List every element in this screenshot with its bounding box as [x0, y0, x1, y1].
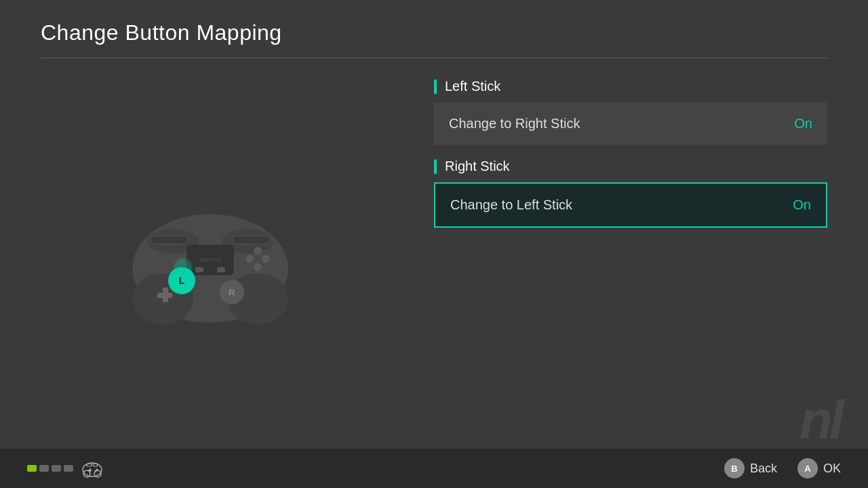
change-to-left-stick-label: Change to Left Stick: [450, 197, 572, 213]
svg-point-23: [83, 463, 102, 476]
svg-point-14: [262, 255, 270, 263]
svg-rect-29: [88, 470, 92, 471]
change-to-right-stick-label: Change to Right Stick: [449, 116, 580, 131]
main-content: SWITCH L R: [0, 58, 868, 465]
svg-point-31: [95, 470, 97, 472]
svg-point-16: [254, 247, 262, 255]
svg-rect-20: [195, 267, 203, 272]
dot-3: [52, 465, 61, 472]
page-title: Change Button Mapping: [41, 20, 827, 45]
b-button-icon: B: [724, 458, 745, 479]
header: Change Button Mapping: [0, 0, 868, 58]
controller-image: SWITCH L R: [122, 194, 298, 329]
bottom-left: [27, 456, 104, 481]
right-stick-section: Right Stick Change to Left Stick On: [434, 159, 827, 228]
right-stick-title: Right Stick: [445, 159, 510, 174]
left-stick-section: Left Stick Change to Right Stick On: [434, 79, 827, 145]
change-to-left-stick-value: On: [793, 197, 811, 213]
dot-2: [39, 465, 49, 472]
svg-point-13: [254, 263, 262, 271]
left-stick-section-header: Left Stick: [434, 79, 827, 94]
left-panel: SWITCH L R: [0, 58, 420, 465]
svg-rect-21: [217, 267, 225, 272]
section-bar-right: [434, 159, 437, 174]
right-stick-section-header: Right Stick: [434, 159, 827, 174]
svg-rect-17: [151, 236, 188, 244]
bottom-right: B Back A OK: [724, 458, 841, 479]
svg-text:SWITCH: SWITCH: [199, 257, 221, 263]
change-to-right-stick-value: On: [794, 116, 812, 131]
a-button-icon: A: [797, 458, 818, 479]
dot-4: [64, 465, 73, 472]
back-action[interactable]: B Back: [724, 458, 777, 479]
svg-text:L: L: [179, 275, 185, 286]
bottom-bar: B Back A OK: [0, 449, 868, 488]
svg-rect-27: [93, 464, 98, 466]
section-bar-left: [434, 79, 437, 94]
svg-rect-18: [233, 236, 270, 244]
change-to-left-stick-option[interactable]: Change to Left Stick On: [434, 182, 827, 228]
left-stick-title: Left Stick: [445, 79, 500, 94]
ok-label: OK: [823, 462, 841, 476]
svg-point-15: [245, 255, 254, 263]
ok-action[interactable]: A OK: [797, 458, 841, 479]
svg-rect-12: [157, 293, 172, 298]
svg-point-22: [175, 259, 191, 275]
controller-svg: SWITCH L R: [122, 194, 298, 329]
svg-text:R: R: [229, 287, 235, 298]
indicator-dots: [27, 465, 73, 472]
svg-rect-26: [87, 464, 92, 466]
watermark: nl: [800, 393, 841, 447]
change-to-right-stick-option[interactable]: Change to Right Stick On: [434, 102, 827, 145]
dot-1: [27, 465, 37, 472]
controller-small-icon: [80, 456, 104, 481]
back-label: Back: [750, 462, 777, 476]
